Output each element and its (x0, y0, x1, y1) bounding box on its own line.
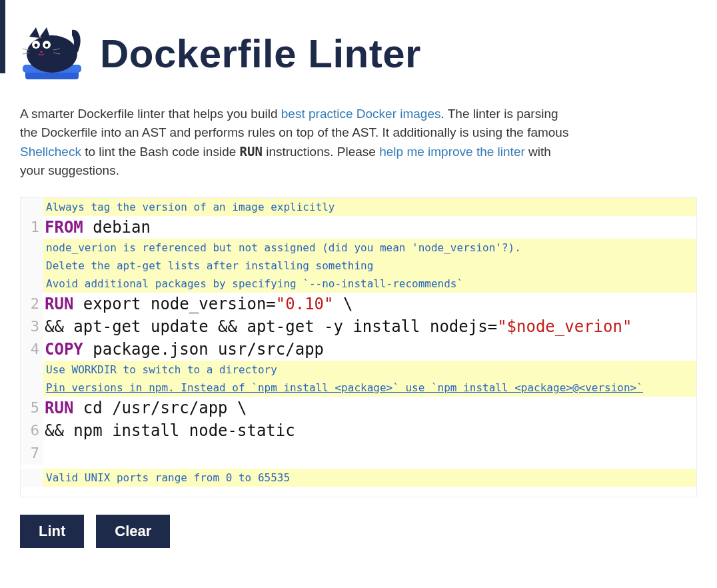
line-number: 6 (21, 419, 43, 442)
code-line[interactable]: 3 && apt-get update && apt-get -y instal… (21, 315, 696, 338)
code-text: cd /usr/src/app \ (73, 399, 247, 417)
page-title: Dockerfile Linter (100, 31, 421, 77)
lint-warning[interactable]: Use WORKDIR to switch to a directory (43, 361, 696, 379)
svg-point-4 (35, 44, 38, 47)
code-content (43, 442, 696, 465)
lint-warning-row: Delete the apt-get lists after installin… (21, 257, 696, 275)
dockerfile-keyword: RUN (45, 295, 73, 313)
code-line[interactable]: 1 FROM debian (21, 216, 696, 239)
cat-logo-icon (20, 23, 87, 83)
code-text: && npm install node-static (45, 421, 295, 440)
gutter (21, 257, 43, 275)
line-number: 3 (21, 315, 43, 338)
best-practice-link[interactable]: best practice Docker images (281, 107, 441, 121)
line-number: 2 (21, 293, 43, 315)
lint-warning[interactable]: Valid UNIX ports range from 0 to 65535 (43, 469, 696, 487)
clear-button[interactable]: Clear (96, 515, 170, 548)
line-number: 5 (21, 397, 43, 419)
code-line[interactable]: 7 (21, 442, 696, 465)
shellcheck-link[interactable]: Shellcheck (20, 145, 81, 159)
line-number: 7 (21, 442, 43, 465)
code-content: FROM debian (43, 216, 696, 239)
code-line[interactable]: 2 RUN export node_version="0.10" \ (21, 293, 696, 315)
code-editor[interactable]: Always tag the version of an image expli… (21, 198, 696, 497)
run-keyword: RUN (240, 144, 263, 159)
lint-warning[interactable]: Avoid additional packages by specifying … (43, 275, 696, 293)
code-line[interactable]: 4 COPY package.json usr/src/app (21, 338, 696, 361)
svg-point-6 (45, 44, 49, 47)
gutter (21, 275, 43, 293)
intro-text: A smarter Dockerfile linter that helps y… (20, 107, 281, 121)
lint-warning-row: node_verion is referenced but not assign… (21, 239, 696, 257)
header: Dockerfile Linter (20, 23, 697, 83)
gutter (21, 379, 43, 397)
code-content: COPY package.json usr/src/app (43, 338, 696, 361)
lint-warning-row: Use WORKDIR to switch to a directory (21, 361, 696, 379)
code-content: RUN export node_version="0.10" \ (43, 293, 696, 315)
lint-warning-row: Avoid additional packages by specifying … (21, 275, 696, 293)
line-number: 1 (21, 216, 43, 239)
code-line[interactable]: 5 RUN cd /usr/src/app \ (21, 397, 696, 419)
string-literal: "0.10" (276, 295, 334, 313)
lint-warning[interactable]: Always tag the version of an image expli… (43, 198, 696, 216)
dockerfile-keyword: RUN (45, 399, 73, 417)
code-content: && npm install node-static (43, 419, 696, 442)
code-content: RUN cd /usr/src/app \ (43, 397, 696, 419)
dockerfile-keyword: FROM (45, 218, 83, 237)
lint-warning-row: Pin versions in npm. Instead of `npm ins… (21, 379, 696, 397)
intro-text: instructions. Please (263, 145, 379, 159)
gutter (21, 361, 43, 379)
variable-ref: "$node_verion" (497, 317, 632, 336)
gutter (21, 469, 43, 487)
lint-warning-row: Always tag the version of an image expli… (21, 198, 696, 216)
line-number: 4 (21, 338, 43, 361)
dockerfile-keyword: COPY (45, 340, 83, 359)
lint-warning-link[interactable]: Pin versions in npm. Instead of `npm ins… (43, 379, 696, 397)
code-content: && apt-get update && apt-get -y install … (43, 315, 696, 338)
intro-paragraph: A smarter Dockerfile linter that helps y… (20, 105, 573, 180)
page-container: Dockerfile Linter A smarter Dockerfile l… (0, 0, 717, 575)
gutter (21, 198, 43, 216)
svg-point-2 (27, 35, 77, 73)
left-accent-stripe (0, 0, 5, 73)
lint-button[interactable]: Lint (20, 515, 84, 548)
code-text: \ (334, 295, 353, 313)
lint-warning-row: Valid UNIX ports range from 0 to 65535 (21, 469, 696, 487)
code-text: && apt-get update && apt-get -y install … (45, 317, 497, 336)
lint-warning[interactable]: Delete the apt-get lists after installin… (43, 257, 696, 275)
intro-text: to lint the Bash code inside (81, 145, 240, 159)
gutter (21, 239, 43, 257)
editor-container: Always tag the version of an image expli… (20, 197, 697, 497)
help-improve-link[interactable]: help me improve the linter (379, 145, 525, 159)
lint-warning[interactable]: node_verion is referenced but not assign… (43, 239, 696, 257)
code-text: package.json usr/src/app (83, 340, 324, 359)
action-buttons: Lint Clear (20, 515, 697, 548)
code-text: export node_version= (73, 295, 275, 313)
code-line[interactable]: 6 && npm install node-static (21, 419, 696, 442)
code-text: debian (83, 218, 151, 237)
